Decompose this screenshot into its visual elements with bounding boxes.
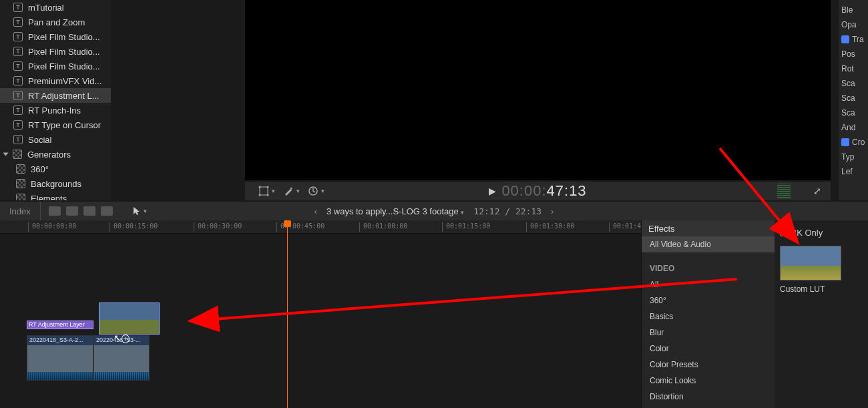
- inspector-row[interactable]: And: [839, 120, 868, 135]
- inspector-row[interactable]: Pos: [839, 47, 868, 61]
- browser-item-label: RT Type on Cursor: [28, 120, 101, 130]
- select-tool[interactable]: ▾: [113, 206, 147, 216]
- transform-tool[interactable]: ▾: [258, 186, 275, 196]
- inspector-row[interactable]: Sca: [839, 76, 868, 91]
- inspector-label: Sca: [841, 79, 855, 88]
- browser-item-label: mTutorial: [28, 3, 64, 13]
- timecode-display[interactable]: 00:00:47:13: [501, 182, 586, 200]
- effect-thumbnail[interactable]: [780, 246, 841, 280]
- inspector-label: Cro: [852, 138, 865, 147]
- effects-category[interactable]: Distortion: [642, 389, 775, 405]
- svg-point-2: [267, 186, 269, 188]
- clip-skimmer-preview: [99, 302, 160, 335]
- layout-tool[interactable]: [83, 206, 95, 216]
- browser-item[interactable]: TPixel Film Studio...: [0, 29, 111, 44]
- drag-cursor-icon: ↖+: [114, 333, 130, 343]
- clip-audio-waveform: [94, 372, 149, 380]
- browser-item[interactable]: Backgrounds: [0, 176, 111, 191]
- adjustment-layer-clip[interactable]: RT Adjustment Layer: [27, 321, 93, 329]
- chevron-down-icon: ▾: [272, 188, 275, 194]
- ruler-tick: 00:00:00:00: [32, 222, 76, 230]
- browser-item[interactable]: TmTutorial: [0, 0, 111, 15]
- checkbox-icon[interactable]: [780, 228, 788, 236]
- browser-item[interactable]: TSocial: [0, 132, 111, 147]
- browser-item[interactable]: TPixel Film Studio...: [0, 44, 111, 59]
- browser-item-label: Pan and Zoom: [28, 17, 85, 27]
- browser-item[interactable]: TRT Type on Cursor: [0, 118, 111, 132]
- chevron-down-icon: ▾: [461, 209, 464, 216]
- effects-category[interactable]: Comic Looks: [642, 373, 775, 389]
- effects-category[interactable]: All: [642, 276, 775, 292]
- inspector-row[interactable]: Ble: [839, 3, 868, 17]
- viewer-tools: ▾ ▾ ▾: [245, 186, 324, 196]
- inspector-row[interactable]: Tra: [839, 32, 868, 47]
- layout-tool[interactable]: [101, 206, 113, 216]
- browser-item-label: Pixel Film Studio...: [28, 32, 100, 42]
- project-title[interactable]: 3 ways to apply...S-LOG 3 footage ▾: [327, 206, 464, 216]
- play-button[interactable]: ▶: [489, 186, 496, 196]
- effects-category[interactable]: Blur: [642, 325, 775, 341]
- layout-tool[interactable]: [66, 206, 78, 216]
- ruler-tick: 00:01:00:00: [363, 222, 407, 230]
- browser-item-label: RT Adjustment L...: [28, 91, 99, 101]
- effects-category[interactable]: Color Presets: [642, 357, 775, 373]
- browser-item[interactable]: 360°: [0, 162, 111, 176]
- inspector-row[interactable]: Sca: [839, 91, 868, 106]
- browser-item[interactable]: TPremiumVFX Vid...: [0, 73, 111, 88]
- effects-category[interactable]: 360°: [642, 292, 775, 309]
- inspector-row[interactable]: Opa: [839, 17, 868, 32]
- timeline-clip[interactable]: 20220418_S3-A-2...: [27, 335, 93, 381]
- browser-item-selected[interactable]: TRT Adjustment L...: [0, 88, 111, 103]
- viewer-toolbar: ▾ ▾ ▾ ▶ 00:00:47:13 ⤢: [245, 182, 831, 200]
- chevron-down-icon: ▾: [321, 188, 324, 194]
- title-icon: T: [13, 32, 23, 41]
- index-label: Index: [9, 206, 31, 216]
- viewer[interactable]: [245, 0, 831, 180]
- browser-item[interactable]: TRT Punch-Ins: [0, 103, 111, 118]
- enhance-tool[interactable]: ▾: [283, 186, 300, 196]
- audio-meters[interactable]: [777, 184, 791, 198]
- generators-icon: [16, 164, 25, 174]
- inspector-row[interactable]: Typ: [839, 150, 868, 164]
- browser-item[interactable]: Elements: [0, 191, 111, 200]
- browser-category-generators[interactable]: Generators: [0, 147, 111, 162]
- index-button[interactable]: Index: [0, 202, 41, 220]
- browser-item[interactable]: TPan and Zoom: [0, 15, 111, 29]
- inspector-row[interactable]: Rot: [839, 61, 868, 76]
- checkbox-icon[interactable]: [841, 35, 849, 43]
- 4k-only-filter[interactable]: 4K Only: [780, 226, 863, 239]
- timeline-next[interactable]: ›: [551, 206, 554, 216]
- inspector-label: Tra: [852, 35, 864, 44]
- browser-item[interactable]: TPixel Film Studio...: [0, 59, 111, 73]
- playhead[interactable]: [287, 220, 288, 408]
- effects-browser-sidebar: Effects All Video & Audio VIDEO All 360°…: [641, 220, 775, 408]
- timeline-prev[interactable]: ‹: [314, 206, 317, 216]
- timeline-body[interactable]: [0, 234, 641, 408]
- timeline-title-area: ‹ 3 ways to apply...S-LOG 3 footage ▾ 12…: [314, 206, 554, 216]
- svg-point-3: [259, 194, 261, 196]
- retime-tool[interactable]: ▾: [308, 186, 324, 196]
- title-icon: T: [13, 91, 23, 100]
- effects-category[interactable]: Color: [642, 341, 775, 357]
- clip-thumbnail: [27, 345, 93, 372]
- inspector-row[interactable]: Lef: [839, 164, 868, 179]
- browser-item-label: 360°: [31, 164, 49, 174]
- inspector-label: Sca: [841, 108, 855, 118]
- fullscreen-icon[interactable]: ⤢: [813, 186, 821, 196]
- effects-category-all[interactable]: All Video & Audio: [642, 236, 775, 252]
- inspector-row[interactable]: Cro: [839, 135, 868, 150]
- layout-tool[interactable]: [49, 206, 61, 216]
- inspector-row[interactable]: Sca: [839, 106, 868, 120]
- svg-rect-0: [260, 187, 268, 195]
- title-icon: T: [13, 47, 23, 56]
- ruler-tick: 00:00:15:00: [114, 222, 158, 230]
- svg-point-4: [267, 194, 269, 196]
- browser-item-label: Elements: [31, 194, 67, 201]
- title-icon: T: [13, 17, 23, 27]
- title-icon: T: [13, 120, 23, 130]
- effects-category[interactable]: Basics: [642, 309, 775, 325]
- generators-icon: [16, 179, 25, 188]
- title-icon: T: [13, 106, 23, 115]
- checkbox-icon[interactable]: [841, 138, 849, 146]
- timeline-ruler[interactable]: 00:00:00:0000:00:15:0000:00:30:0000:00:4…: [0, 220, 641, 234]
